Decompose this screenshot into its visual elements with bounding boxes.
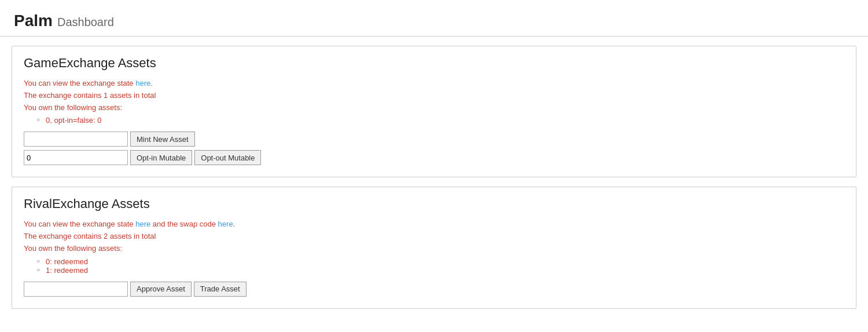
list-item: 0: redeemed [38,257,844,266]
page-subtitle: Dashboard [57,16,114,28]
main-content: GameExchange Assets You can view the exc… [0,46,868,309]
rival-exchange-info2: The exchange contains 2 assets in total [24,231,844,243]
game-exchange-title: GameExchange Assets [24,56,844,71]
game-exchange-opt-input[interactable] [24,150,128,165]
game-exchange-mint-input[interactable] [24,132,128,147]
rival-exchange-controls-row1: Approve Asset Trade Asset [24,282,844,297]
rival-exchange-title: RivalExchange Assets [24,196,844,211]
mint-new-asset-button[interactable]: Mint New Asset [130,132,195,147]
opt-out-mutable-button[interactable]: Opt-out Mutable [194,150,261,165]
rival-exchange-info3: You own the following assets: [24,243,844,255]
rival-exchange-section: RivalExchange Assets You can view the ex… [12,187,856,308]
game-exchange-info3: You own the following assets: [24,102,844,114]
approve-asset-button[interactable]: Approve Asset [130,282,192,297]
opt-in-mutable-button[interactable]: Opt-in Mutable [130,150,192,165]
rival-swap-code-link[interactable]: here [218,220,233,228]
game-exchange-info1: You can view the exchange state here. [24,78,844,90]
rival-exchange-approve-input[interactable] [24,282,128,297]
rival-exchange-info1: You can view the exchange state here and… [24,218,844,231]
list-item: 1: redeemed [38,266,844,275]
rival-exchange-state-link[interactable]: here [135,220,150,228]
app-name: Palm [14,12,53,30]
game-exchange-state-link[interactable]: here [135,79,150,87]
game-exchange-controls-row1: Mint New Asset [24,132,844,147]
game-exchange-asset-list: 0, opt-in=false: 0 [38,116,844,125]
game-exchange-section: GameExchange Assets You can view the exc… [12,46,856,177]
rival-exchange-asset-list: 0: redeemed 1: redeemed [38,257,844,275]
game-exchange-controls-row2: Opt-in Mutable Opt-out Mutable [24,150,844,165]
list-item: 0, opt-in=false: 0 [38,116,844,125]
trade-asset-button[interactable]: Trade Asset [194,282,247,297]
page-header: PalmDashboard [0,0,868,37]
game-exchange-info2: The exchange contains 1 assets in total [24,90,844,102]
